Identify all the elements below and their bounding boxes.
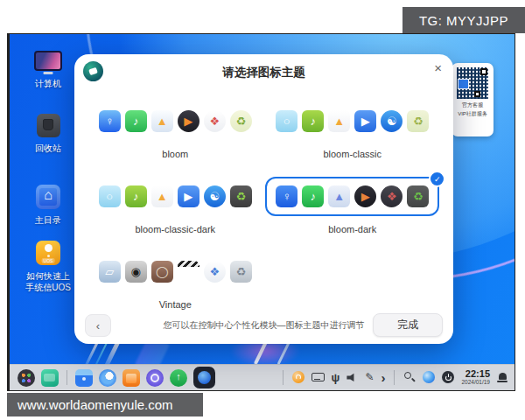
trash-icon: ♻ — [230, 110, 252, 132]
taskbar-separator — [394, 370, 395, 385]
photos-dark-icon: ▲ — [328, 186, 350, 207]
theme-icons-bloom-dark: ♀♪▲▶❖♻✓ — [265, 177, 439, 216]
theme-option-bloom-classic[interactable]: ○♪▲▶☯♻bloom-classic — [265, 102, 439, 159]
top-watermark: TG: MYYJJPP — [402, 7, 525, 33]
photos-classic-icon: ▲ — [151, 186, 173, 207]
qr-caption-line2: VIP社群服务 — [452, 110, 494, 119]
computer-icon[interactable] — [33, 46, 63, 75]
taskbar-date: 2024/01/19 — [461, 380, 490, 386]
desktop-icon-label: 主目录 — [23, 215, 74, 227]
taskbar-separator — [283, 370, 284, 385]
theme-icons-bloom-classic-dark: ○♪▲▶☯♻ — [88, 177, 262, 216]
launcher-icon[interactable] — [18, 369, 35, 387]
desktop-icon-label: 回收站 — [23, 144, 74, 155]
software-center-icon[interactable] — [170, 369, 187, 387]
theme-label: bloom-dark — [328, 224, 376, 234]
trash-metal-icon: ♻ — [230, 261, 252, 283]
selected-check-badge: ✓ — [429, 171, 445, 187]
update-icon[interactable] — [292, 371, 304, 383]
terminal-icon[interactable] — [41, 369, 59, 387]
theme-label: bloom — [162, 149, 188, 159]
qr-panel: 官方客服 VIP社群服务 — [452, 63, 494, 136]
trash-dark-icon: ♻ — [407, 186, 429, 207]
photos-icon: ▲ — [151, 110, 173, 132]
dialog-footer: ‹ 您可以在控制中心个性化模块—图标主题中进行调节 完成 — [74, 309, 453, 344]
desktop-icon-uos-guide[interactable]: UOS如何快速上手统信UOS — [20, 238, 76, 293]
taskbar-separator — [66, 370, 67, 385]
app-store-icon: ❖ — [204, 110, 226, 132]
theme-option-Vintage[interactable]: ▱◉◯▶❖♻Vintage — [88, 252, 262, 310]
clapperboard-icon: ▶ — [178, 261, 200, 283]
video-classic-icon: ▶ — [178, 186, 200, 207]
taskbar-left — [10, 367, 215, 388]
music-vinyl-icon: ♪ — [302, 110, 324, 132]
volume-icon[interactable] — [346, 373, 358, 382]
file-manager-dark-icon: ♀ — [276, 186, 298, 207]
photo-viewer-vintage-icon: ◯ — [151, 261, 173, 283]
music-vinyl-icon: ♪ — [125, 186, 147, 207]
browser-icon[interactable] — [99, 369, 116, 387]
taskbar-clock[interactable]: 22:15 2024/01/19 — [461, 369, 490, 385]
search-icon[interactable] — [403, 371, 416, 383]
power-icon[interactable] — [442, 371, 454, 383]
taskbar: 22:15 2024/01/19 — [10, 364, 514, 390]
chevron-icon[interactable] — [381, 371, 385, 384]
qr-center-logo-icon — [458, 79, 469, 89]
music-dark-icon: ♪ — [302, 186, 324, 207]
theme-option-bloom-dark[interactable]: ♀♪▲▶❖♻✓bloom-dark — [265, 177, 439, 234]
pen-icon[interactable] — [365, 372, 374, 382]
desktop-icon-recycle-bin[interactable]: 回收站 — [20, 110, 76, 155]
browser-icon: ☯ — [204, 186, 226, 207]
qr-caption-line1: 官方客服 — [452, 102, 494, 110]
browser-icon: ☯ — [381, 110, 402, 132]
trash-dark-can-icon: ♻ — [230, 186, 252, 207]
desktop-icon-label: 计算机 — [23, 79, 74, 90]
folder-vintage-icon: ▱ — [99, 261, 121, 283]
recycle-bin-icon[interactable] — [33, 110, 63, 140]
qr-code — [457, 67, 488, 99]
usb-icon[interactable] — [332, 372, 340, 383]
notification-bell-icon[interactable] — [497, 372, 508, 383]
record-player-icon: ◉ — [125, 261, 147, 283]
done-button[interactable]: 完成 — [373, 313, 443, 337]
control-center-icon[interactable] — [146, 369, 164, 387]
app-store-dark-icon: ❖ — [381, 186, 402, 207]
uos-guide-icon[interactable]: UOS — [33, 238, 63, 268]
desktop: 计算机回收站主目录UOS如何快速上手统信UOS 官方客服 VIP社群服务 请选择… — [7, 33, 515, 391]
close-icon[interactable]: × — [434, 61, 442, 74]
icon-theme-dialog: 请选择图标主题 × ♀♪▲▶❖♻bloom○♪▲▶☯♻bloom-classic… — [74, 54, 453, 344]
file-manager-classic-icon: ○ — [276, 110, 298, 132]
desktop-icon-home[interactable]: 主目录 — [20, 182, 76, 227]
theme-icons-bloom-classic: ○♪▲▶☯♻ — [265, 102, 439, 141]
top-watermark-text: TG: MYYJJPP — [419, 13, 508, 28]
file-manager-icon[interactable] — [75, 369, 93, 387]
network-icon[interactable] — [423, 371, 435, 383]
app-store-icon[interactable] — [122, 369, 140, 387]
theme-label: bloom-classic — [323, 149, 382, 159]
theme-label: bloom-classic-dark — [135, 224, 215, 234]
desktop-icon-computer[interactable]: 计算机 — [20, 46, 76, 90]
keyboard-icon[interactable] — [312, 373, 325, 382]
theme-option-bloom[interactable]: ♀♪▲▶❖♻bloom — [88, 102, 262, 159]
bottom-watermark: www.worldaomenyule.com — [7, 393, 203, 416]
video-icon: ▶ — [178, 110, 200, 132]
theme-icons-Vintage: ▱◉◯▶❖♻ — [88, 252, 262, 291]
dialog-title: 请选择图标主题 — [74, 65, 453, 80]
uos-badge: UOS — [42, 258, 55, 263]
dots-app-icon: ❖ — [204, 261, 226, 283]
theme-option-bloom-classic-dark[interactable]: ○♪▲▶☯♻bloom-classic-dark — [88, 177, 262, 234]
desktop-icon-label: 如何快速上手统信UOS — [23, 271, 74, 293]
video-classic-icon: ▶ — [354, 110, 376, 132]
music-icon: ♪ — [125, 110, 147, 132]
taskbar-right: 22:15 2024/01/19 — [281, 369, 514, 385]
file-manager-classic-icon: ○ — [99, 186, 121, 207]
home-icon[interactable] — [33, 182, 63, 212]
theme-icons-bloom: ♀♪▲▶❖♻ — [88, 102, 262, 141]
theme-switcher-active-app-icon[interactable] — [193, 367, 215, 388]
photos-classic-icon: ▲ — [328, 110, 350, 132]
bottom-watermark-text: www.worldaomenyule.com — [18, 397, 173, 412]
theme-grid: ♀♪▲▶❖♻bloom○♪▲▶☯♻bloom-classic○♪▲▶☯♻bloo… — [87, 102, 441, 310]
trash-basket-icon: ♻ — [407, 110, 429, 132]
file-manager-icon: ♀ — [99, 110, 121, 132]
video-dark-icon: ▶ — [354, 186, 376, 207]
